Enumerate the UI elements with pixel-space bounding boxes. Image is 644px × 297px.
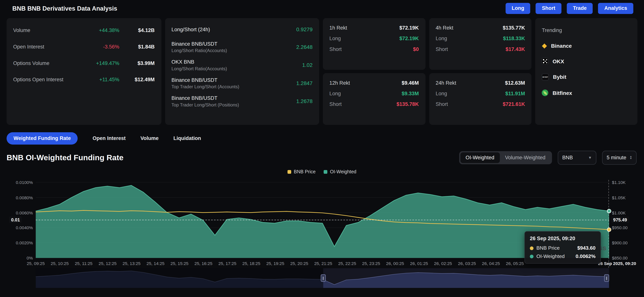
navigator-selected-region[interactable] <box>323 268 609 288</box>
ratio-subtitle: Long/Short Ratio(Accounts) <box>172 66 227 71</box>
tooltip-series-value: $943.60 <box>577 245 596 251</box>
stat-change: +44.38% <box>99 28 119 33</box>
rekt-long-value: $118.33K <box>503 36 525 42</box>
left-axis-tick: 0.0100% <box>0 180 33 185</box>
tab-open-interest[interactable]: Open Interest <box>92 136 126 141</box>
left-axis-tick: 0.0020% <box>0 240 33 245</box>
funding-rate-chart: BNB Price OI-Weighted 0.0100%0.0080%0.00… <box>0 180 644 297</box>
stat-row: Volume +44.38% $4.12B <box>13 28 154 33</box>
navigator-left-handle[interactable]: ∥ <box>321 274 326 282</box>
legend-swatch <box>324 170 328 174</box>
ratio-row: Binance BNB/USDT Long/Short Ratio(Accoun… <box>172 41 312 53</box>
rekt-long-value: $9.33M <box>402 91 419 96</box>
stat-change: -3.56% <box>103 44 119 50</box>
left-axis-tick: 0.0060% <box>0 210 33 215</box>
derivatives-dashboard: BNB BNB Derivatives Data Analysis Long S… <box>0 0 644 297</box>
tooltip-dot <box>530 246 534 250</box>
rekt-short-label: Short <box>436 46 448 52</box>
stat-value: $12.49M <box>119 77 154 82</box>
crosshair-left-badge: 0.01 <box>9 216 22 223</box>
legend-item-bnb-price[interactable]: BNB Price <box>288 169 316 174</box>
legend-label: OI-Weighted <box>330 169 356 174</box>
right-axis-tick: $1.05K <box>612 195 626 200</box>
toggle-volume-weighted[interactable]: Volume-Weighted <box>500 152 551 163</box>
short-button[interactable]: Short <box>536 3 562 14</box>
stat-row: Options Open Interest +11.45% $12.49M <box>13 77 154 82</box>
right-axis-tick: $850.00 <box>612 256 628 260</box>
rekt-short-label: Short <box>330 102 342 107</box>
chart-navigator[interactable]: ∥ ∥ <box>36 268 609 288</box>
right-axis-tick: $1.10K <box>612 180 626 185</box>
header-actions: Long Short Trade Analytics <box>506 3 634 14</box>
rekt-short-label: Short <box>436 102 448 107</box>
tooltip-date: 26 Sep 2025, 09:20 <box>530 236 596 242</box>
ratio-subtitle: Top Trader Long/Short (Positions) <box>172 102 239 107</box>
tab-volume[interactable]: Volume <box>140 136 158 141</box>
oi-weighted-area <box>36 186 609 258</box>
tab-weighted-funding-rate[interactable]: Weighted Funding Rate <box>7 132 78 144</box>
rekt-total: $72.19K <box>400 25 419 31</box>
chevron-down-icon: ▼ <box>588 156 592 160</box>
ratio-title: Binance BNB/USDT <box>172 95 239 101</box>
trending-item-bitfinex[interactable]: Bitfinex <box>542 90 631 96</box>
tab-liquidation[interactable]: Liquidation <box>173 136 201 141</box>
chart-controls: OI-Weighted Volume-Weighted BNB ▼ 5 minu… <box>459 151 636 165</box>
crosshair-x-label: 26 Sep 2025, 09:20 <box>598 261 636 266</box>
ratio-row: Long/Short (24h) 0.9279 <box>172 26 312 32</box>
bitfinex-icon <box>542 90 548 96</box>
stat-value: $4.12B <box>119 28 154 33</box>
trending-card: Trending ◆ Binance OKX BYBT Bybit Bitfin… <box>535 18 637 125</box>
right-axis-tick: $1.00K <box>612 210 626 215</box>
long-button[interactable]: Long <box>506 3 530 14</box>
rekt-long-label: Long <box>436 36 447 42</box>
ratio-title: OKX BNB <box>172 59 227 65</box>
ratio-row: Binance BNB/USDT Top Trader Long/Short (… <box>172 77 312 89</box>
navigator-unselected-region <box>36 268 323 288</box>
stat-change: +149.47% <box>96 60 119 66</box>
stat-row: Options Volume +149.47% $3.99M <box>13 60 154 66</box>
ratio-subtitle: Top Trader Long/Short (Accounts) <box>172 84 239 89</box>
rekt-long-label: Long <box>436 91 447 96</box>
rekt-title: 24h Rekt <box>436 80 456 86</box>
bnb-price-last-dot <box>607 228 611 232</box>
oi-weighted-last-dot <box>607 209 611 213</box>
trending-item-okx[interactable]: OKX <box>542 58 631 64</box>
trade-button[interactable]: Trade <box>567 3 593 14</box>
toggle-oi-weighted[interactable]: OI-Weighted <box>460 152 500 163</box>
legend-item-oi-weighted[interactable]: OI-Weighted <box>324 169 356 174</box>
interval-select[interactable]: 5 minute ▲▼ <box>602 151 636 165</box>
tooltip-row: OI-Weighted 0.0062% <box>530 254 596 259</box>
trending-item-label: OKX <box>552 58 564 64</box>
summary-cards-row: Volume +44.38% $4.12B Open Interest -3.5… <box>7 18 638 125</box>
stat-label: Volume <box>13 28 30 33</box>
stepper-arrows-icon: ▲▼ <box>630 156 632 160</box>
ratio-title: Binance BNB/USDT <box>172 41 227 47</box>
rekt-title: 1h Rekt <box>330 25 347 31</box>
ratio-value: 1.2847 <box>296 80 312 86</box>
chart-plot-area[interactable] <box>36 180 609 262</box>
stat-label: Open Interest <box>13 44 44 50</box>
rekt-short-value: $17.43K <box>506 46 525 52</box>
ratio-subtitle: Long/Short Ratio(Accounts) <box>172 48 227 53</box>
coin-select[interactable]: BNB ▼ <box>558 151 596 165</box>
analytics-button[interactable]: Analytics <box>598 3 634 14</box>
interval-select-value: 5 minute <box>607 155 626 160</box>
rekt-card-12h: 12h Rekt$9.46M Long$9.33M Short$135.78K <box>323 73 425 125</box>
long-short-ratio-card: Long/Short (24h) 0.9279 Binance BNB/USDT… <box>165 18 319 125</box>
rekt-title: 12h Rekt <box>330 80 350 86</box>
trending-item-binance[interactable]: ◆ Binance <box>542 42 631 49</box>
left-axis-tick: 0.0040% <box>0 225 33 230</box>
crosshair-right-badge: 975.49 <box>611 216 629 223</box>
ratio-value: 1.2678 <box>296 98 312 104</box>
trending-item-bybit[interactable]: BYBT Bybit <box>542 74 631 80</box>
trending-item-label: Bitfinex <box>552 90 572 96</box>
rekt-card-4h: 4h Rekt$135.77K Long$118.33K Short$17.43… <box>429 18 532 70</box>
tooltip-series-name: BNB Price <box>536 245 560 251</box>
navigator-right-handle[interactable]: ∥ <box>604 274 609 282</box>
stat-value: $1.84B <box>119 44 154 50</box>
tooltip-row: BNB Price $943.60 <box>530 245 596 251</box>
ratio-title: Binance BNB/USDT <box>172 77 239 83</box>
tooltip-series-value: 0.0062% <box>576 254 596 259</box>
tooltip-series-name: OI-Weighted <box>536 254 565 259</box>
rekt-long-label: Long <box>330 91 341 96</box>
